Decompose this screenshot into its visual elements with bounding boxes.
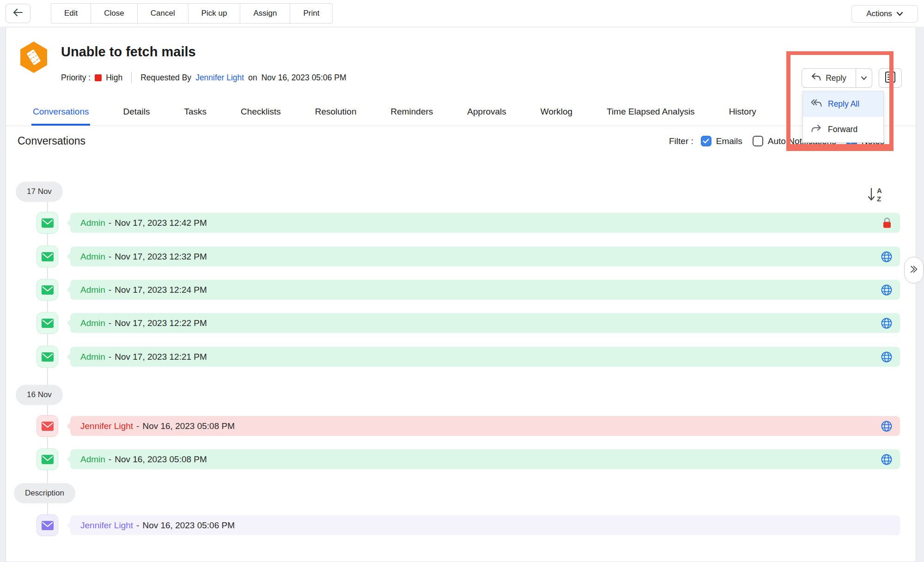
assign-button[interactable]: Assign: [240, 3, 290, 24]
top-toolbar: Edit Close Cancel Pick up Assign Print A…: [0, 0, 924, 27]
sender-name: Admin: [80, 218, 105, 228]
filter-label: Filter :: [669, 136, 693, 146]
tab-reminders[interactable]: Reminders: [389, 99, 434, 126]
requested-by-label: Requested By: [140, 73, 191, 83]
globe-icon: [881, 351, 893, 363]
date-pill-17-nov: 17 Nov: [16, 181, 63, 202]
tab-resolution[interactable]: Resolution: [314, 99, 358, 126]
globe-icon: [881, 453, 893, 465]
separator: -: [109, 218, 111, 228]
separator: -: [109, 285, 111, 295]
message-date: Nov 16, 2023 05:08 PM: [142, 421, 235, 431]
conversation-item[interactable]: Admin - Nov 17, 2023 12:32 PM: [70, 247, 900, 266]
mail-icon: [36, 246, 58, 267]
conversations-heading: Conversations: [18, 135, 85, 147]
chevron-down-icon: [896, 9, 903, 18]
mail-icon: [36, 279, 58, 301]
sort-az-icon[interactable]: A Z: [867, 186, 884, 206]
requester-link[interactable]: Jennifer Light: [195, 73, 244, 83]
conversation-item[interactable]: Admin - Nov 16, 2023 05:08 PM: [70, 449, 900, 469]
requested-at: Nov 16, 2023 05:06 PM: [261, 73, 346, 83]
separator: -: [109, 454, 111, 465]
tab-details[interactable]: Details: [122, 99, 151, 126]
mail-icon: [36, 514, 58, 536]
requested-on-label: on: [248, 73, 257, 83]
close-button[interactable]: Close: [91, 3, 137, 24]
message-date: Nov 17, 2023 12:42 PM: [115, 218, 207, 228]
forward-icon: [811, 124, 822, 135]
separator: -: [109, 318, 111, 328]
tab-checklists[interactable]: Checklists: [239, 99, 282, 126]
reply-icon: [811, 73, 821, 83]
ticket-icon: [18, 41, 49, 76]
conversation-item[interactable]: Admin - Nov 17, 2023 12:42 PM: [70, 213, 900, 233]
sender-name: Jennifer Light: [80, 520, 133, 531]
svg-text:Z: Z: [877, 195, 881, 203]
sender-name: Admin: [80, 318, 105, 328]
lock-icon: [881, 217, 893, 229]
globe-icon: [881, 251, 893, 263]
edit-button[interactable]: Edit: [51, 3, 91, 24]
separator: -: [109, 252, 111, 262]
tab-conversations[interactable]: Conversations: [31, 99, 90, 126]
expand-panel-handle[interactable]: [904, 257, 924, 284]
menu-item-forward[interactable]: Forward: [803, 117, 883, 142]
back-button[interactable]: [6, 4, 30, 23]
tab-approvals[interactable]: Approvals: [466, 99, 508, 126]
sender-name: Admin: [80, 285, 105, 295]
priority-color-swatch: [95, 74, 102, 81]
message-date: Nov 16, 2023 05:08 PM: [115, 454, 207, 465]
reply-all-icon: [811, 99, 822, 109]
mail-icon: [36, 415, 58, 437]
filter-option-emails: Emails: [701, 136, 742, 146]
conversation-item[interactable]: Jennifer Light - Nov 16, 2023 05:06 PM: [70, 515, 900, 535]
priority-label: Priority :: [61, 73, 91, 83]
globe-icon: [881, 284, 893, 296]
priority-value: High: [106, 73, 122, 83]
message-date: Nov 16, 2023 05:06 PM: [142, 520, 235, 531]
ticket-meta-row: Priority : High Requested By Jennifer Li…: [61, 72, 346, 83]
svg-text:A: A: [877, 187, 882, 194]
sender-name: Admin: [80, 252, 105, 262]
sender-name: Jennifer Light: [80, 421, 133, 431]
actions-button[interactable]: Actions: [851, 5, 918, 23]
ticket-detail-page: Edit Close Cancel Pick up Assign Print A…: [0, 0, 924, 562]
page-title: Unable to fetch mails: [61, 44, 196, 60]
tab-worklog[interactable]: Worklog: [539, 99, 574, 126]
menu-item-reply-all[interactable]: Reply All: [803, 91, 883, 117]
pickup-button[interactable]: Pick up: [188, 3, 241, 24]
tab-time-elapsed-analysis[interactable]: Time Elapsed Analysis: [605, 99, 696, 126]
description-pill: Description: [14, 483, 75, 503]
date-pill-16-nov: 16 Nov: [16, 385, 63, 405]
globe-icon: [881, 420, 893, 432]
conversation-item[interactable]: Admin - Nov 17, 2023 12:21 PM: [70, 347, 900, 367]
auto-notifications-checkbox[interactable]: [753, 136, 763, 146]
mail-icon: [36, 212, 58, 234]
message-date: Nov 17, 2023 12:24 PM: [115, 285, 207, 295]
toolbar-button-group: Edit Close Cancel Pick up Assign Print: [51, 3, 333, 24]
notes-button[interactable]: [879, 68, 902, 88]
mail-icon: [36, 346, 58, 368]
message-date: Nov 17, 2023 12:32 PM: [115, 252, 207, 262]
reply-button[interactable]: Reply: [802, 68, 856, 88]
emails-checkbox[interactable]: [701, 136, 711, 146]
actions-button-label: Actions: [866, 9, 892, 18]
chevron-down-icon: [861, 74, 867, 82]
reply-dropdown-menu: Reply All Forward: [802, 91, 884, 143]
reply-dropdown-toggle[interactable]: [856, 68, 872, 88]
print-button[interactable]: Print: [290, 3, 333, 24]
tab-tasks[interactable]: Tasks: [183, 99, 208, 126]
tab-bar: Conversations Details Tasks Checklists R…: [6, 99, 916, 126]
conversation-item[interactable]: Admin - Nov 17, 2023 12:22 PM: [70, 313, 900, 333]
globe-icon: [881, 317, 893, 329]
conversation-item[interactable]: Admin - Nov 17, 2023 12:24 PM: [70, 280, 900, 300]
cancel-button[interactable]: Cancel: [137, 3, 188, 24]
message-date: Nov 17, 2023 12:22 PM: [115, 318, 207, 328]
menu-item-label: Forward: [828, 125, 857, 134]
conversation-item[interactable]: Jennifer Light - Nov 16, 2023 05:08 PM: [70, 416, 900, 436]
separator: -: [136, 421, 139, 431]
reply-split-button: Reply: [802, 68, 872, 88]
tab-history[interactable]: History: [728, 99, 758, 126]
meta-divider: [131, 72, 132, 83]
mail-icon: [36, 312, 58, 334]
